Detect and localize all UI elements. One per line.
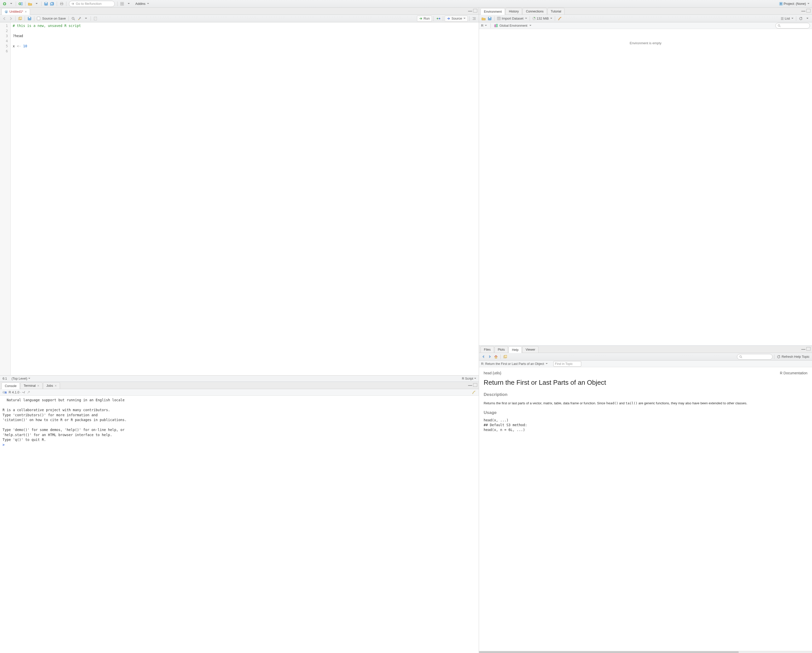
help-search-input[interactable] <box>737 354 772 359</box>
close-tab-button[interactable]: × <box>25 10 27 14</box>
tab-connections[interactable]: Connections <box>522 8 547 15</box>
tab-terminal[interactable]: Terminal × <box>20 382 43 389</box>
help-topic: head {utils} <box>484 371 501 376</box>
run-button[interactable]: Run <box>417 15 432 21</box>
filetype-selector[interactable]: R Script <box>462 377 476 381</box>
source-tab-untitled[interactable]: R Untitled1* × <box>2 8 30 15</box>
addins-dropdown[interactable]: Addins <box>134 1 150 7</box>
source-maximize-button[interactable] <box>473 9 477 12</box>
help-body[interactable]: head {utils} R Documentation Return the … <box>479 367 812 651</box>
console-output[interactable]: Natural language support but running in … <box>0 396 479 653</box>
show-in-new-window-button[interactable] <box>17 15 23 21</box>
source-on-save-checkbox[interactable] <box>37 17 40 20</box>
pie-icon <box>533 17 536 20</box>
help-horizontal-scrollbar[interactable] <box>479 651 812 653</box>
grid-view-dropdown[interactable] <box>126 1 132 7</box>
search-icon <box>778 24 781 27</box>
env-minimize-button[interactable] <box>801 9 805 11</box>
save-workspace-button[interactable] <box>487 15 493 21</box>
svg-text:R: R <box>6 11 7 13</box>
svg-rect-14 <box>122 4 124 5</box>
new-file-dropdown[interactable] <box>8 1 14 7</box>
svg-rect-4 <box>45 2 47 3</box>
open-recent-dropdown[interactable] <box>34 1 40 7</box>
clear-console-button[interactable] <box>471 389 477 396</box>
r-logo-icon: R <box>2 391 7 394</box>
grid-view-button[interactable] <box>119 1 125 7</box>
clear-env-button[interactable] <box>557 15 563 21</box>
close-tab-button[interactable]: × <box>55 384 57 388</box>
env-language-dropdown[interactable]: R <box>481 24 487 27</box>
popup-icon[interactable] <box>27 391 30 394</box>
env-maximize-button[interactable] <box>806 9 810 12</box>
refresh-help-button[interactable]: Refresh Help Topic <box>776 354 810 360</box>
svg-rect-9 <box>61 2 63 3</box>
source-dropdown-button[interactable]: Source <box>445 15 468 21</box>
find-in-topic-input[interactable]: Find in Topic <box>553 361 581 367</box>
new-project-button[interactable] <box>18 1 24 7</box>
new-file-button[interactable] <box>2 1 8 7</box>
source-minimize-button[interactable] <box>468 9 472 11</box>
help-popup-button[interactable] <box>502 354 508 360</box>
svg-point-34 <box>778 24 780 26</box>
tab-tutorial[interactable]: Tutorial <box>548 8 565 15</box>
compile-report-button[interactable] <box>92 15 98 21</box>
tab-jobs[interactable]: Jobs × <box>43 382 60 389</box>
save-all-button[interactable] <box>49 1 55 7</box>
source-editor[interactable]: 123456 # this is a new, unsaved R script… <box>0 22 479 375</box>
scope-selector[interactable]: (Top Level) <box>11 377 30 381</box>
svg-rect-13 <box>121 4 122 5</box>
source-on-save-toggle[interactable]: Source on Save <box>36 15 67 21</box>
help-minimize-button[interactable] <box>801 347 805 350</box>
help-back-button[interactable] <box>481 354 487 360</box>
console-minimize-button[interactable] <box>468 383 472 386</box>
load-workspace-button[interactable] <box>481 15 487 21</box>
svg-rect-2 <box>21 3 23 5</box>
env-scope-dropdown[interactable]: Global Environment <box>494 24 531 27</box>
tab-console[interactable]: Console <box>2 382 20 389</box>
rerun-button[interactable] <box>435 15 441 21</box>
outline-button[interactable] <box>471 15 477 21</box>
nav-fwd-button[interactable] <box>8 15 14 21</box>
memory-usage-dropdown[interactable]: 132 MiB <box>531 15 554 21</box>
code-area[interactable]: # this is a new, unsaved R script ?head … <box>11 22 479 375</box>
code-tools-button[interactable] <box>76 15 82 21</box>
r-project-icon: R <box>779 2 783 6</box>
tab-viewer[interactable]: Viewer <box>522 346 539 353</box>
cursor-position: 6:1 <box>3 377 7 381</box>
svg-rect-33 <box>496 24 498 27</box>
help-usage-block: head(x, ...) ## Default S3 method: head(… <box>484 418 807 432</box>
svg-point-38 <box>740 356 742 357</box>
rscript-icon: R <box>5 10 8 13</box>
help-home-button[interactable] <box>493 354 499 360</box>
help-breadcrumb-bar: R: Return the First or Last Parts of an … <box>479 361 812 367</box>
open-file-button[interactable] <box>27 1 33 7</box>
save-source-button[interactable] <box>26 15 32 21</box>
help-fwd-button[interactable] <box>487 354 493 360</box>
refresh-env-dropdown[interactable] <box>804 15 810 21</box>
find-button[interactable] <box>70 15 76 21</box>
goto-file-input[interactable]: Go to file/function <box>69 1 115 7</box>
import-dataset-dropdown[interactable]: Import Dataset <box>496 15 528 21</box>
help-maximize-button[interactable] <box>806 347 810 351</box>
tab-help[interactable]: Help <box>508 346 522 353</box>
tab-environment[interactable]: Environment <box>481 8 505 15</box>
project-dropdown[interactable]: R Project: (None) <box>778 1 810 7</box>
save-button[interactable] <box>43 1 49 7</box>
r-version-label: R 4.1.0 · ~/ <box>9 390 25 394</box>
close-tab-button[interactable]: × <box>37 384 39 388</box>
print-button[interactable] <box>58 1 65 7</box>
refresh-env-button[interactable] <box>798 15 804 21</box>
console-maximize-button[interactable] <box>473 383 477 387</box>
nav-back-button[interactable] <box>2 15 8 21</box>
source-tabstrip: R Untitled1* × <box>0 8 479 15</box>
help-breadcrumb[interactable]: R: Return the First or Last Parts of an … <box>481 362 548 366</box>
tab-files[interactable]: Files <box>481 346 494 353</box>
console-tabstrip: ConsoleTerminal ×Jobs × <box>0 382 479 389</box>
env-search-input[interactable] <box>775 23 810 29</box>
tab-history[interactable]: History <box>505 8 522 15</box>
tab-plots[interactable]: Plots <box>495 346 508 353</box>
code-tools-dropdown[interactable] <box>83 15 89 21</box>
env-view-dropdown[interactable]: List <box>780 15 794 21</box>
svg-rect-12 <box>122 2 124 3</box>
